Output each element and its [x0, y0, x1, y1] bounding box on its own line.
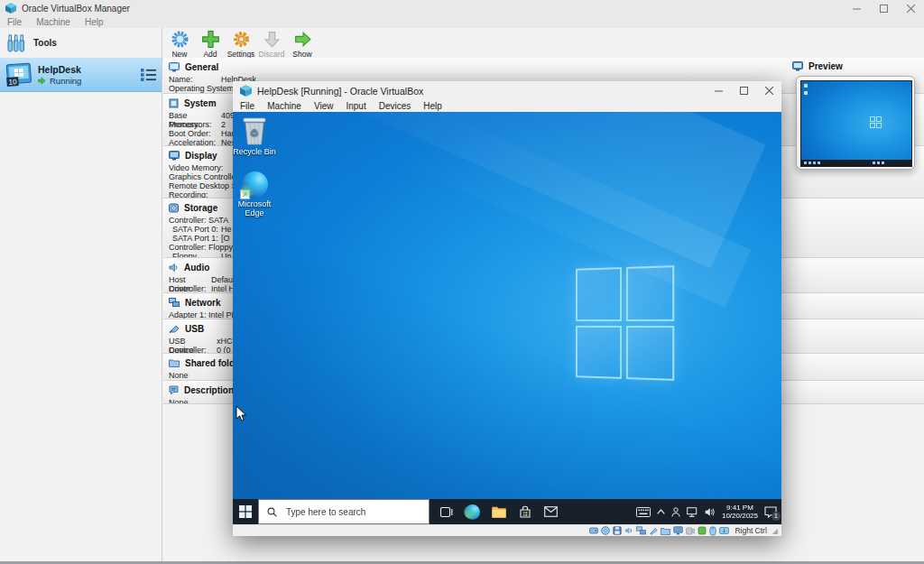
touch-keyboard-icon[interactable]	[636, 507, 651, 517]
vm-minimize-button[interactable]	[706, 81, 731, 100]
manager-title: Oracle VirtualBox Manager	[22, 4, 130, 14]
search-input[interactable]	[284, 506, 414, 518]
settings-button[interactable]: Settings	[226, 28, 256, 58]
add-vm-icon	[201, 30, 220, 49]
vm-name: HelpDesk	[38, 64, 135, 75]
virtualbox-logo-icon	[240, 85, 252, 97]
system-icon	[169, 98, 179, 108]
vm-window: HelpDesk [Running] - Oracle VirtualBox F…	[233, 81, 781, 536]
discard-arrow-icon	[263, 30, 282, 49]
discard-button[interactable]: Discard	[256, 28, 287, 58]
display-status-icon[interactable]	[673, 526, 683, 535]
detail-label: Operating System:	[169, 84, 241, 93]
file-explorer-icon[interactable]	[485, 499, 512, 524]
network-tray-icon[interactable]	[687, 507, 698, 517]
keyboard-status-icon[interactable]	[719, 526, 729, 535]
vm-status-text: Running	[50, 76, 81, 86]
menu-file[interactable]: File	[7, 17, 22, 27]
settings-gear-icon	[232, 30, 251, 49]
preview-desktop-icon	[804, 91, 808, 95]
taskbar-search-box[interactable]	[258, 499, 430, 524]
floppy-status-icon[interactable]	[613, 526, 622, 535]
features-status-icon[interactable]	[698, 526, 707, 535]
preview-taskbar	[801, 160, 912, 166]
vm-os-icon: 10	[5, 62, 32, 88]
tools-label: Tools	[33, 38, 57, 48]
tools-menu-button[interactable]: Tools	[0, 28, 162, 58]
action-center-icon[interactable]: 1	[764, 506, 777, 518]
search-icon	[267, 507, 277, 517]
vm-menu-input[interactable]: Input	[346, 101, 365, 111]
tray-user-icon[interactable]	[671, 507, 680, 517]
taskbar-edge-icon[interactable]	[459, 499, 485, 524]
vm-maximize-button[interactable]	[731, 81, 756, 100]
vm-menu-machine[interactable]: Machine	[267, 101, 301, 111]
vm-menubar: File Machine View Input Devices Help	[233, 100, 781, 112]
vm-window-title: HelpDesk [Running] - Oracle VirtualBox	[257, 86, 423, 97]
vm-close-button[interactable]	[756, 81, 781, 100]
start-button[interactable]	[233, 499, 258, 524]
vm-list-sidebar: 10 HelpDesk Running	[0, 58, 162, 561]
clock-date: 10/20/2025	[722, 512, 758, 520]
recycle-bin-icon: ♻	[242, 116, 267, 145]
preview-windows-logo	[870, 116, 882, 128]
recording-status-icon[interactable]	[686, 527, 695, 535]
show-button[interactable]: Show	[287, 28, 318, 58]
desktop-icon-recycle-bin[interactable]: ♻ Recycle Bin	[233, 116, 280, 156]
wallpaper-light-ray	[233, 112, 766, 269]
manager-toolbar: Tools New Add Settings Discard Show	[0, 28, 924, 59]
preview-icon	[792, 61, 803, 71]
windows-desktop: ♻ Recycle Bin ↗ Microsoft Edge	[233, 112, 781, 499]
wallpaper-windows-logo	[576, 265, 674, 381]
desktop-icon-microsoft-edge[interactable]: ↗ Microsoft Edge	[233, 171, 280, 217]
hidden-icons-chevron[interactable]	[657, 509, 665, 514]
shared-folders-icon	[169, 358, 180, 367]
vm-titlebar: HelpDesk [Running] - Oracle VirtualBox	[233, 81, 781, 100]
preview-header: Preview	[792, 61, 843, 71]
vm-menu-help[interactable]: Help	[423, 101, 442, 111]
optical-disk-status-icon[interactable]	[601, 526, 610, 535]
usb-status-icon[interactable]	[649, 526, 658, 535]
host-key-indicator: Right Ctrl	[735, 526, 766, 535]
vm-menu-view[interactable]: View	[314, 101, 334, 111]
manager-titlebar: Oracle VirtualBox Manager	[0, 0, 924, 16]
taskbar-clock[interactable]: 9:41 PM 10/20/2025	[722, 504, 758, 520]
resize-grip[interactable]: ◢	[772, 527, 778, 535]
add-vm-button[interactable]: Add	[195, 28, 226, 58]
notification-badge: 1	[772, 512, 781, 521]
mouse-cursor	[236, 406, 246, 422]
storage-icon	[169, 203, 179, 213]
virtualbox-manager-window: Oracle VirtualBox Manager File Machine H…	[0, 0, 924, 564]
wallpaper-light-ray	[297, 112, 752, 308]
menu-machine[interactable]: Machine	[36, 17, 70, 27]
svg-text:10: 10	[8, 78, 17, 87]
shared-folders-status-icon[interactable]	[661, 527, 670, 535]
minimize-button[interactable]	[843, 0, 870, 16]
network-status-icon[interactable]	[636, 526, 646, 535]
close-button[interactable]	[897, 0, 924, 16]
show-arrow-icon	[293, 30, 312, 49]
detail-label: Name:	[169, 75, 221, 84]
volume-tray-icon[interactable]	[705, 507, 716, 517]
new-vm-icon	[171, 30, 189, 49]
audio-status-icon[interactable]	[624, 526, 633, 535]
maximize-button[interactable]	[870, 0, 897, 16]
new-vm-button[interactable]: New	[164, 28, 195, 58]
vm-preview-thumbnail[interactable]	[796, 76, 915, 170]
virtualbox-logo-icon	[5, 3, 16, 14]
vm-menu-devices[interactable]: Devices	[379, 101, 411, 111]
vm-tools-menu-icon[interactable]	[141, 69, 156, 81]
mail-icon[interactable]	[538, 499, 564, 524]
vm-list-item-helpdesk[interactable]: 10 HelpDesk Running	[0, 58, 162, 92]
menu-help[interactable]: Help	[85, 17, 104, 27]
preview-title: Preview	[808, 61, 843, 71]
desktop-icon-label: Microsoft Edge	[233, 199, 278, 217]
mouse-integration-status-icon[interactable]	[709, 526, 716, 536]
hard-disk-status-icon[interactable]	[589, 526, 598, 535]
vm-status-bar: Right Ctrl ◢	[233, 524, 781, 536]
task-view-button[interactable]	[433, 499, 459, 524]
microsoft-store-icon[interactable]	[512, 499, 538, 524]
vm-menu-file[interactable]: File	[240, 101, 254, 111]
general-icon	[169, 62, 180, 72]
manager-menubar: File Machine Help	[0, 16, 924, 28]
